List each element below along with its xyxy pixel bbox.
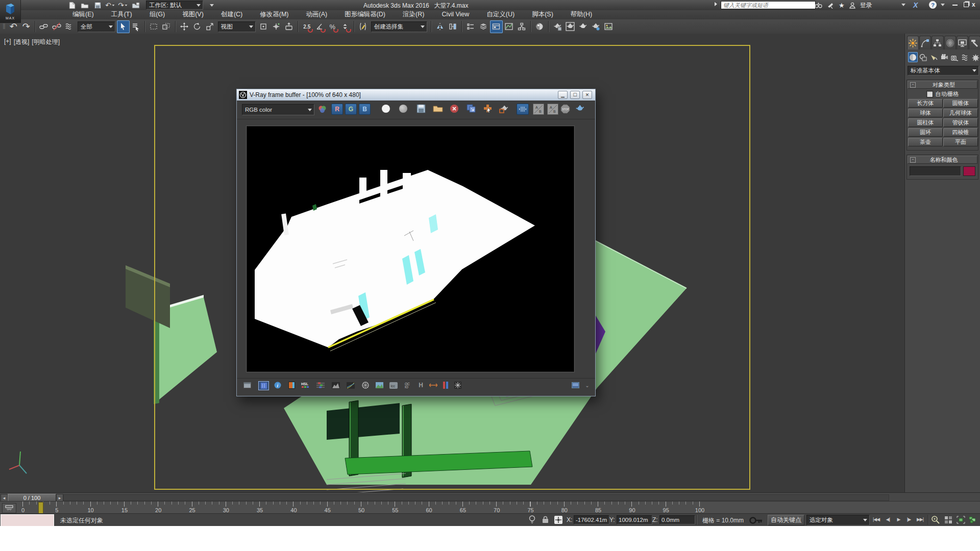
menu-create[interactable]: 创建(C) (212, 10, 251, 19)
close-window-icon[interactable]: x (972, 1, 975, 8)
restore-window-icon[interactable] (964, 2, 969, 7)
autogrid-checkbox[interactable] (926, 91, 933, 97)
edit-named-selection-sets-button[interactable] (357, 20, 370, 33)
vfb-pan-compare-icon[interactable] (429, 381, 437, 389)
sign-in-label[interactable]: 登录 (860, 1, 872, 10)
vfb-render-last-icon[interactable] (575, 104, 585, 114)
time-slider-handle[interactable]: 0 / 100 (8, 494, 56, 502)
primitive-tube-button[interactable]: 管状体 (943, 118, 978, 127)
vfb-load-image-icon[interactable] (433, 105, 443, 112)
vfb-rb-bars-icon[interactable] (441, 381, 450, 389)
y-coordinate-field[interactable]: 1009.012m (617, 515, 652, 524)
reference-coordinate-dropdown[interactable]: 视图 (218, 21, 256, 32)
search-expand-icon[interactable] (715, 2, 717, 6)
vfb-resize-grip[interactable]: ⌄ (583, 381, 592, 389)
menu-views[interactable]: 视图(V) (174, 10, 212, 19)
vfb-close-icon[interactable]: ✕ (582, 91, 592, 99)
menu-scripting[interactable]: 脚本(S) (523, 10, 562, 19)
project-folder-icon[interactable] (130, 1, 141, 9)
primitive-sphere-button[interactable]: 球体 (908, 109, 943, 117)
select-and-manipulate-button[interactable] (270, 20, 283, 33)
use-pivot-point-center-button[interactable] (257, 20, 270, 33)
vfb-titlebar[interactable]: V-Ray frame buffer - [100% of 640 x 480]… (237, 89, 595, 101)
vfb-rendered-image[interactable] (247, 126, 574, 372)
name-color-rollout[interactable]: -名称和颜色 (908, 156, 977, 164)
schematic-view-button[interactable] (516, 20, 528, 33)
vfb-compare-ab-1-icon[interactable]: AB (533, 104, 544, 115)
help-icon[interactable]: ? (929, 1, 937, 9)
selected-filter-dropdown[interactable]: 选定对象 (806, 515, 870, 525)
qat-customize-icon[interactable] (206, 1, 217, 9)
vfb-compare-horizontal-icon[interactable] (517, 104, 529, 115)
vfb-blue-channel-button[interactable]: B (359, 104, 371, 115)
primitive-cone-button[interactable]: 圆锥体 (943, 99, 978, 108)
primitive-pyramid-button[interactable]: 四棱锥 (943, 128, 978, 137)
subtab-shapes[interactable] (919, 52, 928, 62)
primitive-cylinder-button[interactable]: 圆柱体 (908, 118, 943, 127)
menu-civil-view[interactable]: Civil View (433, 10, 478, 19)
vfb-duplicate-to-max-buffer-icon[interactable] (467, 104, 476, 113)
play-animation-button[interactable]: ▶ (893, 515, 904, 524)
render-in-cloud-button[interactable] (590, 20, 602, 33)
vfb-minimize-icon[interactable]: ▁ (558, 91, 568, 99)
help-search-input[interactable] (721, 1, 816, 9)
communication-center-icon[interactable] (827, 2, 834, 9)
select-by-name-button[interactable] (130, 20, 142, 33)
menu-help[interactable]: 帮助(H) (562, 10, 601, 19)
vfb-ocio-icon[interactable]: OCIO (403, 381, 412, 389)
vfb-track-mouse-icon[interactable] (483, 104, 493, 113)
keyboard-shortcut-override-toggle[interactable] (283, 20, 296, 33)
new-file-icon[interactable] (66, 1, 78, 9)
vfb-maximize-icon[interactable]: ☐ (570, 91, 580, 99)
subtab-helpers[interactable] (950, 52, 960, 62)
zoom-extents-icon[interactable] (957, 516, 965, 524)
tab-hierarchy[interactable] (932, 36, 943, 49)
selection-lock-icon[interactable] (542, 516, 549, 523)
tab-modify[interactable] (919, 36, 931, 49)
vfb-h-icon[interactable]: H (416, 381, 425, 389)
exchange-apps-icon[interactable]: X (913, 1, 918, 9)
viewport-menu-plus[interactable]: [+] (4, 38, 11, 46)
object-name-input[interactable] (910, 166, 961, 176)
vfb-background-image-icon[interactable] (375, 381, 384, 389)
align-button[interactable] (447, 20, 459, 33)
tab-create[interactable] (907, 36, 919, 49)
primitive-category-dropdown[interactable]: 标准基本体 (908, 66, 979, 76)
menu-graph-editors[interactable]: 图形编辑器(D) (336, 10, 394, 19)
bind-to-space-warp-icon[interactable] (63, 20, 76, 33)
vfb-icc-icon[interactable]: icc (389, 381, 398, 389)
rendered-frame-window-button[interactable] (564, 20, 577, 33)
toggle-layer-explorer-button[interactable] (477, 20, 490, 33)
menu-group[interactable]: 组(G) (141, 10, 174, 19)
sign-in-dropdown-icon[interactable] (901, 4, 905, 6)
select-object-button[interactable] (117, 20, 130, 33)
vfb-compare-ab-2-icon[interactable]: AB (547, 104, 558, 115)
primitive-torus-button[interactable]: 圆环 (908, 128, 943, 137)
tab-display[interactable] (957, 36, 968, 49)
minimize-window-icon[interactable] (952, 5, 958, 6)
sign-in-user-icon[interactable] (849, 2, 855, 9)
viewport-menu-view[interactable]: [透视] (14, 38, 30, 46)
set-key-icon[interactable] (749, 517, 763, 524)
isolate-selection-icon[interactable] (529, 515, 535, 524)
subtab-lights[interactable] (929, 52, 939, 62)
tab-motion[interactable] (944, 36, 956, 49)
primitive-plane-button[interactable]: 平面 (943, 138, 978, 146)
vfb-window-settings-icon[interactable] (243, 381, 252, 389)
subtab-cameras[interactable] (940, 52, 949, 62)
render-setup-button[interactable] (551, 20, 564, 33)
subtab-geometry[interactable] (908, 52, 918, 62)
vfb-region-render-icon[interactable] (499, 104, 509, 113)
render-production-button[interactable] (577, 20, 590, 33)
spinner-snap-toggle[interactable] (339, 20, 352, 33)
workspace-dropdown[interactable]: 工作区: 默认 (146, 1, 203, 10)
vfb-levels-histogram-icon[interactable] (331, 381, 340, 389)
open-file-icon[interactable] (79, 1, 90, 9)
menu-rendering[interactable]: 渲染(R) (394, 10, 433, 19)
toolbar-drag-handle[interactable]: ‖ (3, 22, 6, 31)
toggle-scene-explorer-button[interactable] (464, 20, 477, 33)
angle-snap-toggle[interactable] (313, 20, 326, 33)
window-crossing-toggle[interactable] (160, 20, 173, 33)
rectangular-selection-region-button[interactable] (148, 20, 160, 33)
vfb-hsl-icon[interactable]: HSL (301, 381, 309, 389)
